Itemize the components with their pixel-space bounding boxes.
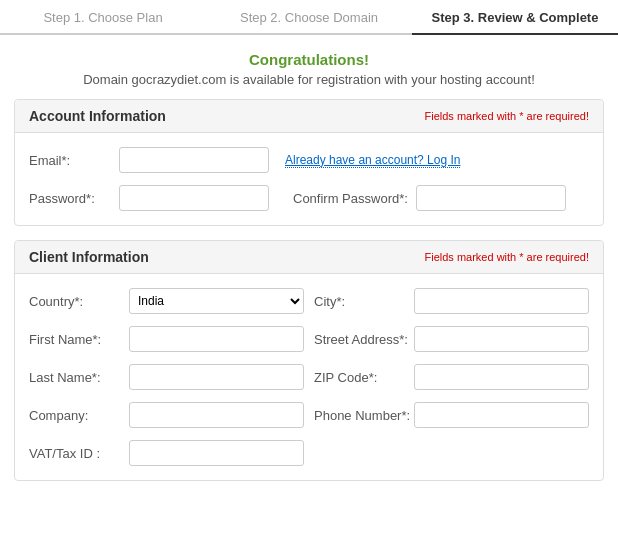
confirm-password-input[interactable]: [416, 185, 566, 211]
vat-input[interactable]: [129, 440, 304, 466]
firstname-label: First Name*:: [29, 332, 129, 347]
password-row: Password*: Confirm Password*:: [29, 185, 589, 211]
email-row: Email*: Already have an account? Log In: [29, 147, 589, 173]
street-label: Street Address*:: [314, 332, 414, 347]
company-input[interactable]: [129, 402, 304, 428]
country-label: Country*:: [29, 294, 129, 309]
account-info-header: Account Information Fields marked with *…: [15, 100, 603, 133]
main-content: Congratulations! Domain gocrazydiet.com …: [0, 35, 618, 511]
company-field: Company:: [29, 402, 304, 428]
firstname-input[interactable]: [129, 326, 304, 352]
account-info-required-note: Fields marked with * are required!: [425, 110, 589, 122]
congrats-title: Congratulations!: [14, 51, 604, 68]
phone-field: Phone Number*:: [314, 402, 589, 428]
password-label: Password*:: [29, 191, 119, 206]
vat-field: VAT/Tax ID :: [29, 440, 304, 466]
street-input[interactable]: [414, 326, 589, 352]
step-3[interactable]: Step 3. Review & Complete: [412, 0, 618, 35]
email-label: Email*:: [29, 153, 119, 168]
congratulations-section: Congratulations! Domain gocrazydiet.com …: [14, 51, 604, 87]
city-field: City*:: [314, 288, 589, 314]
steps-header: Step 1. Choose Plan Step 2. Choose Domai…: [0, 0, 618, 35]
client-info-title: Client Information: [29, 249, 149, 265]
city-label: City*:: [314, 294, 414, 309]
client-info-panel: Client Information Fields marked with * …: [14, 240, 604, 481]
country-select[interactable]: India United States United Kingdom Austr…: [129, 288, 304, 314]
congrats-message: Domain gocrazydiet.com is available for …: [14, 72, 604, 87]
vat-row-empty: [314, 440, 589, 466]
client-fields-grid: Country*: India United States United Kin…: [29, 288, 589, 466]
confirm-password-label: Confirm Password*:: [293, 191, 408, 206]
zip-label: ZIP Code*:: [314, 370, 414, 385]
client-info-header: Client Information Fields marked with * …: [15, 241, 603, 274]
step-2[interactable]: Step 2. Choose Domain: [206, 0, 412, 35]
client-info-body: Country*: India United States United Kin…: [15, 274, 603, 480]
password-input[interactable]: [119, 185, 269, 211]
zip-input[interactable]: [414, 364, 589, 390]
login-link[interactable]: Already have an account? Log In: [285, 153, 460, 168]
zip-field: ZIP Code*:: [314, 364, 589, 390]
lastname-label: Last Name*:: [29, 370, 129, 385]
client-info-required-note: Fields marked with * are required!: [425, 251, 589, 263]
country-field: Country*: India United States United Kin…: [29, 288, 304, 314]
account-info-title: Account Information: [29, 108, 166, 124]
company-label: Company:: [29, 408, 129, 423]
city-input[interactable]: [414, 288, 589, 314]
firstname-field: First Name*:: [29, 326, 304, 352]
lastname-input[interactable]: [129, 364, 304, 390]
account-info-body: Email*: Already have an account? Log In …: [15, 133, 603, 225]
step-1[interactable]: Step 1. Choose Plan: [0, 0, 206, 35]
account-info-panel: Account Information Fields marked with *…: [14, 99, 604, 226]
email-input[interactable]: [119, 147, 269, 173]
phone-label: Phone Number*:: [314, 408, 414, 423]
street-field: Street Address*:: [314, 326, 589, 352]
vat-label: VAT/Tax ID :: [29, 446, 129, 461]
phone-input[interactable]: [414, 402, 589, 428]
lastname-field: Last Name*:: [29, 364, 304, 390]
